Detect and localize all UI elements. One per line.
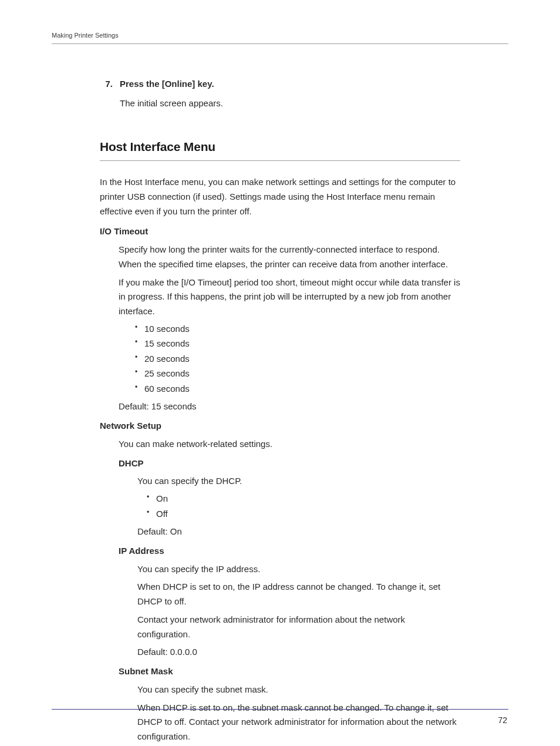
network-setup-desc: You can make network-related settings. bbox=[119, 437, 460, 452]
list-item: On bbox=[149, 491, 460, 506]
io-timeout-body: Specify how long the printer waits for t… bbox=[100, 243, 460, 414]
network-setup-body: You can make network-related settings. bbox=[100, 437, 460, 452]
ip-body: You can specify the IP address. When DHC… bbox=[100, 562, 460, 660]
list-item: 25 seconds bbox=[137, 366, 460, 381]
step-number: 7. bbox=[100, 77, 113, 111]
ip-p3: Contact your network administrator for i… bbox=[137, 613, 460, 642]
step-title: Press the [Online] key. bbox=[120, 77, 460, 92]
subnet-p1: You can specify the subnet mask. bbox=[137, 683, 460, 697]
list-item: Off bbox=[149, 506, 460, 522]
section-title: Host Interface Menu bbox=[100, 137, 460, 162]
io-timeout-options: 10 seconds 15 seconds 20 seconds 25 seco… bbox=[119, 321, 460, 396]
subnet-p2: When DHCP is set to on, the subnet mask … bbox=[137, 701, 460, 744]
content: 7. Press the [Online] key. The initial s… bbox=[52, 44, 508, 746]
step-subtext: The initial screen appears. bbox=[120, 96, 460, 111]
io-timeout-default: Default: 15 seconds bbox=[119, 399, 460, 414]
term-ip-address: IP Address bbox=[100, 544, 460, 559]
ip-p2: When DHCP is set to on, the IP address c… bbox=[137, 580, 460, 609]
dhcp-body: You can specify the DHCP. On Off Default… bbox=[100, 474, 460, 539]
list-item: 15 seconds bbox=[137, 336, 460, 351]
section-intro: In the Host Interface menu, you can make… bbox=[100, 175, 460, 219]
subnet-body: You can specify the subnet mask. When DH… bbox=[100, 683, 460, 746]
dhcp-desc: You can specify the DHCP. bbox=[137, 474, 460, 489]
term-subnet-mask: Subnet Mask bbox=[100, 664, 460, 679]
dhcp-default: Default: On bbox=[137, 525, 460, 539]
list-item: 20 seconds bbox=[137, 351, 460, 367]
term-io-timeout: I/O Timeout bbox=[100, 224, 460, 239]
term-network-setup: Network Setup bbox=[100, 419, 460, 434]
step-7: 7. Press the [Online] key. The initial s… bbox=[100, 77, 460, 111]
list-item: 60 seconds bbox=[137, 381, 460, 396]
page: Making Printer Settings 7. Press the [On… bbox=[52, 32, 508, 718]
ip-default: Default: 0.0.0.0 bbox=[137, 645, 460, 660]
dhcp-options: On Off bbox=[137, 491, 460, 521]
ip-p1: You can specify the IP address. bbox=[137, 562, 460, 577]
io-timeout-p1: Specify how long the printer waits for t… bbox=[119, 243, 460, 272]
step-body: Press the [Online] key. The initial scre… bbox=[120, 77, 460, 111]
header-label: Making Printer Settings bbox=[52, 32, 508, 43]
io-timeout-p2: If you make the [I/O Timeout] period too… bbox=[119, 275, 460, 319]
term-dhcp: DHCP bbox=[100, 456, 460, 471]
page-number: 72 bbox=[498, 715, 507, 725]
footer-rule bbox=[52, 709, 508, 710]
list-item: 10 seconds bbox=[137, 321, 460, 337]
